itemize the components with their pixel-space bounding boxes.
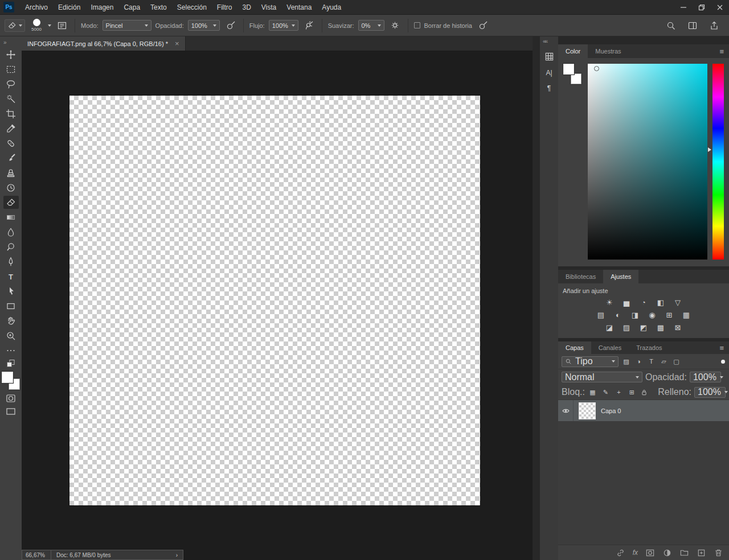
brush-preset-picker[interactable]: 5000 bbox=[29, 19, 44, 32]
default-colors-icon[interactable] bbox=[6, 359, 16, 368]
flow-select[interactable]: 100% bbox=[269, 20, 298, 31]
lasso-tool[interactable] bbox=[3, 77, 19, 90]
new-layer-icon[interactable] bbox=[697, 548, 706, 558]
saturation-brightness-field[interactable] bbox=[588, 64, 707, 260]
collapse-panels-chevron[interactable]: «« bbox=[540, 38, 547, 44]
menu-filtro[interactable]: Filtro bbox=[212, 0, 237, 15]
smoothing-select[interactable]: 0% bbox=[358, 20, 384, 31]
glyphs-panel-icon[interactable] bbox=[544, 52, 554, 61]
adjustment-icon[interactable]: ▩ bbox=[655, 323, 666, 332]
character-panel-icon[interactable]: A| bbox=[546, 69, 552, 77]
lock-artboard-icon[interactable]: ⊞ bbox=[627, 389, 637, 396]
marquee-tool[interactable] bbox=[3, 63, 19, 76]
hue-gradient-strip[interactable] bbox=[712, 64, 724, 260]
dodge-tool[interactable] bbox=[3, 240, 19, 253]
chevron-down-icon[interactable] bbox=[48, 24, 51, 27]
adjustment-icon[interactable]: ▅ bbox=[621, 298, 632, 307]
share-button[interactable] bbox=[707, 19, 721, 32]
pressure-size-button[interactable] bbox=[476, 19, 490, 32]
hand-tool[interactable] bbox=[3, 314, 19, 327]
hue-slider[interactable] bbox=[712, 64, 724, 260]
lock-transparency-icon[interactable]: ▦ bbox=[588, 389, 597, 396]
eyedropper-tool[interactable] bbox=[3, 122, 19, 135]
color-picker-ring[interactable] bbox=[594, 66, 599, 71]
close-button[interactable] bbox=[711, 0, 729, 15]
layer-visibility-toggle[interactable] bbox=[558, 400, 574, 421]
filter-adjustment-layers-icon[interactable]: ◑ bbox=[634, 359, 644, 365]
brush-tool[interactable] bbox=[3, 151, 19, 164]
adjustment-icon[interactable]: ◪ bbox=[604, 323, 615, 332]
panel-menu-icon[interactable]: ≡ bbox=[719, 341, 729, 354]
adjustment-icon[interactable]: ☀ bbox=[604, 298, 615, 307]
adjustment-icon[interactable]: ◐ bbox=[612, 310, 624, 320]
tab-trazados[interactable]: Trazados bbox=[629, 341, 669, 354]
zoom-tool[interactable] bbox=[3, 329, 19, 342]
paragraph-panel-icon[interactable]: ¶ bbox=[547, 84, 551, 92]
history-brush-tool[interactable] bbox=[3, 181, 19, 194]
adjustment-icon[interactable]: ⊞ bbox=[664, 310, 675, 320]
layer-name[interactable]: Capa 0 bbox=[601, 407, 621, 414]
menu-imagen[interactable]: Imagen bbox=[85, 0, 118, 15]
adjustment-icon[interactable]: ▽ bbox=[672, 298, 683, 307]
quick-mask-icon[interactable] bbox=[5, 393, 17, 403]
tab-bibliotecas[interactable]: Bibliotecas bbox=[558, 270, 603, 283]
background-color-swatch[interactable] bbox=[571, 73, 581, 84]
tab-muestras[interactable]: Muestras bbox=[588, 44, 628, 58]
pen-tool[interactable] bbox=[3, 255, 19, 268]
layer-style-icon[interactable]: fx bbox=[633, 549, 638, 557]
filter-smart-object-icon[interactable]: ▢ bbox=[671, 359, 681, 365]
adjustment-icon[interactable]: ◧ bbox=[655, 298, 666, 307]
tab-canales[interactable]: Canales bbox=[591, 341, 629, 354]
filter-shape-layers-icon[interactable]: ▱ bbox=[659, 359, 669, 365]
restore-button[interactable] bbox=[693, 0, 711, 15]
airbrush-button[interactable] bbox=[302, 19, 316, 32]
foreground-color-swatch[interactable] bbox=[2, 372, 13, 383]
erase-history-checkbox[interactable] bbox=[414, 22, 420, 28]
filter-type-layers-icon[interactable]: T bbox=[646, 359, 656, 365]
move-tool[interactable] bbox=[3, 48, 19, 61]
eraser-tool[interactable] bbox=[3, 196, 19, 209]
tab-ajustes[interactable]: Ajustes bbox=[603, 270, 638, 283]
adjustment-icon[interactable]: ◉ bbox=[646, 310, 658, 320]
edit-toolbar-button[interactable] bbox=[3, 344, 19, 357]
foreground-color-swatch[interactable] bbox=[563, 64, 574, 75]
magic-wand-tool[interactable] bbox=[3, 92, 19, 105]
blend-mode-select[interactable]: Normal bbox=[562, 372, 642, 382]
lock-position-icon[interactable]: + bbox=[614, 389, 624, 396]
rectangle-tool[interactable] bbox=[3, 299, 19, 312]
menu-texto[interactable]: Texto bbox=[145, 0, 172, 15]
mode-select[interactable]: Pincel bbox=[103, 20, 151, 31]
layer-fill-select[interactable]: 100% bbox=[694, 387, 726, 398]
layer-thumbnail[interactable] bbox=[579, 402, 596, 419]
menu-capa[interactable]: Capa bbox=[118, 0, 145, 15]
document-canvas[interactable] bbox=[69, 96, 480, 505]
status-chevron-icon[interactable]: › bbox=[176, 552, 178, 558]
zoom-level-field[interactable]: 66,67% bbox=[22, 550, 51, 560]
tab-color[interactable]: Color bbox=[558, 44, 588, 58]
brush-settings-panel-button[interactable] bbox=[55, 19, 69, 32]
search-button[interactable] bbox=[664, 19, 678, 32]
filter-pixel-layers-icon[interactable]: ▨ bbox=[621, 359, 631, 365]
adjustment-icon[interactable]: ◩ bbox=[638, 323, 649, 332]
filter-toggle[interactable] bbox=[721, 360, 725, 364]
menu-vista[interactable]: Vista bbox=[256, 0, 281, 15]
screen-mode-icon[interactable] bbox=[5, 407, 17, 416]
path-selection-tool[interactable] bbox=[3, 285, 19, 298]
layer-filter-select[interactable]: Tipo bbox=[562, 356, 619, 367]
menu-ventana[interactable]: Ventana bbox=[281, 0, 317, 15]
menu-archivo[interactable]: Archivo bbox=[20, 0, 53, 15]
adjustment-icon[interactable]: ▦ bbox=[681, 310, 692, 320]
smoothing-options-button[interactable] bbox=[388, 19, 402, 32]
new-group-icon[interactable] bbox=[679, 548, 689, 558]
minimize-button[interactable] bbox=[674, 0, 693, 15]
crop-tool[interactable] bbox=[3, 107, 19, 120]
adjustment-icon[interactable]: ▨ bbox=[621, 323, 632, 332]
adjustment-icon[interactable]: ◔ bbox=[638, 298, 649, 307]
add-layer-mask-icon[interactable] bbox=[645, 548, 655, 558]
adjustment-icon[interactable]: ◨ bbox=[629, 310, 641, 320]
document-info[interactable]: Doc: 6,67 MB/0 bytes › bbox=[51, 550, 183, 560]
gradient-tool[interactable] bbox=[3, 211, 19, 224]
layer-row[interactable]: Capa 0 bbox=[558, 400, 729, 421]
blur-tool[interactable] bbox=[3, 225, 19, 238]
adjustment-icon[interactable]: ⊠ bbox=[672, 323, 683, 332]
